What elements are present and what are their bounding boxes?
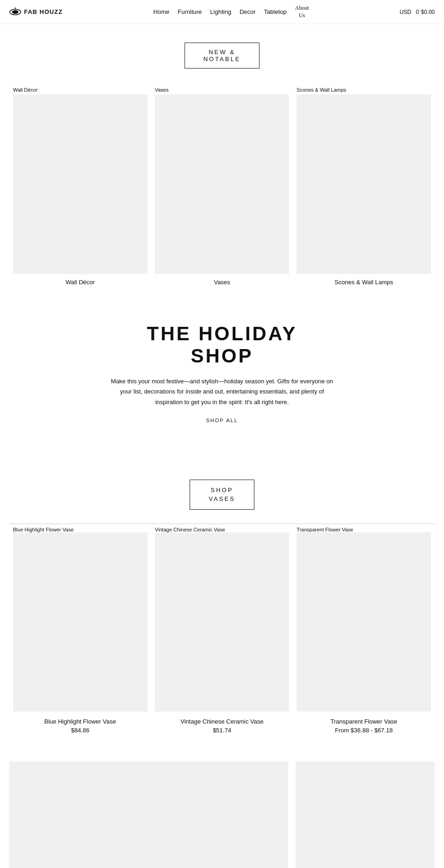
product-grid: Blue Highlight Flower Vase $84.86 Vintag… <box>0 532 444 748</box>
category-sconces-image <box>296 94 431 274</box>
category-wall-decor-label-bottom: Wall Décor <box>13 279 148 286</box>
holiday-description: Make this your most festive—and stylish—… <box>106 376 338 407</box>
nav-lighting[interactable]: Lighting <box>210 8 231 15</box>
category-sconces-label-bottom: Scones & Wall Lamps <box>296 279 431 286</box>
holiday-section: THE HOLIDAY SHOP Make this your most fes… <box>0 290 444 452</box>
product-name-0: Blue Highlight Flower Vase <box>13 718 148 725</box>
category-vases-label-top: Vases <box>155 87 290 93</box>
holiday-title-line2: SHOP <box>37 345 407 367</box>
vases-line1: SHOP <box>209 486 235 495</box>
shop-vases-box[interactable]: SHOP VASES <box>190 480 254 510</box>
bottom-image-placeholder-small <box>296 762 435 868</box>
category-vases-image <box>155 94 290 274</box>
product-image-1 <box>155 532 290 712</box>
category-wall-decor[interactable]: Wall Décor Wall Décor <box>9 87 151 286</box>
shop-vases-section: SHOP VASES <box>0 452 444 519</box>
currency-selector[interactable]: USD <box>400 9 411 15</box>
cart-area[interactable]: 0 $0.00 <box>416 9 435 15</box>
header-right: USD 0 $0.00 <box>400 9 435 15</box>
main-nav: Home Furniture Lighting Decor Tabletop A… <box>62 5 400 19</box>
holiday-title-line1: THE HOLIDAY <box>37 323 407 345</box>
logo-icon <box>9 7 21 17</box>
product-image-2 <box>296 532 431 712</box>
logo[interactable]: FAB HOUZZ <box>9 7 62 17</box>
svg-point-1 <box>12 10 18 14</box>
category-vases[interactable]: Vases Vases <box>151 87 293 286</box>
category-sconces[interactable]: Scones & Wall Lamps Scones & Wall Lamps <box>293 87 435 286</box>
category-wall-decor-image <box>13 94 148 274</box>
cart-count: 0 <box>416 9 419 15</box>
nav-furniture[interactable]: Furniture <box>178 8 202 15</box>
new-notable-box[interactable]: NEW & NOTABLE <box>185 43 260 69</box>
new-notable-section: NEW & NOTABLE <box>0 24 444 78</box>
product-item-0[interactable]: Blue Highlight Flower Vase $84.86 <box>9 532 151 734</box>
product-price-2: From $36.88 - $67.18 <box>296 727 431 734</box>
bottom-grid <box>0 748 444 868</box>
site-header: FAB HOUZZ Home Furniture Lighting Decor … <box>0 0 444 24</box>
product-label-2: Transparent Flower Vase <box>293 524 435 532</box>
cart-total: $0.00 <box>421 9 435 15</box>
banner-line1: NEW & <box>204 49 241 56</box>
product-name-2: Transparent Flower Vase <box>296 718 431 725</box>
bottom-image-small[interactable] <box>296 762 435 868</box>
product-name-1: Vintage Chinese Ceramic Vase <box>155 718 290 725</box>
product-label-0: Blue Highlight Flower Vase <box>9 524 151 532</box>
nav-home[interactable]: Home <box>154 8 170 15</box>
product-labels-row: Blue Highlight Flower Vase Vintage Chine… <box>0 519 444 532</box>
product-item-1[interactable]: Vintage Chinese Ceramic Vase $51.74 <box>151 532 293 734</box>
category-sconces-label-top: Scones & Wall Lamps <box>296 87 431 93</box>
category-vases-label-bottom: Vases <box>155 279 290 286</box>
shop-all-link[interactable]: SHOP ALL <box>206 418 238 423</box>
banner-line2: NOTABLE <box>204 56 241 62</box>
nav-tabletop[interactable]: Tabletop <box>264 8 287 15</box>
vases-line2: VASES <box>209 494 235 504</box>
product-image-0 <box>13 532 148 712</box>
product-price-0: $84.86 <box>13 727 148 734</box>
product-price-1: $51.74 <box>155 727 290 734</box>
category-grid: Wall Décor Wall Décor Vases Vases Scones… <box>0 78 444 290</box>
bottom-image-large[interactable] <box>9 762 288 868</box>
holiday-title: THE HOLIDAY SHOP <box>37 323 407 368</box>
nav-decor[interactable]: Decor <box>240 8 256 15</box>
nav-about[interactable]: About Us <box>295 5 309 19</box>
product-label-1: Vintage Chinese Ceramic Vase <box>151 524 293 532</box>
bottom-image-placeholder-large <box>9 762 288 868</box>
product-item-2[interactable]: Transparent Flower Vase From $36.88 - $6… <box>293 532 435 734</box>
category-wall-decor-label-top: Wall Décor <box>13 87 148 93</box>
logo-text: FAB HOUZZ <box>24 8 62 15</box>
